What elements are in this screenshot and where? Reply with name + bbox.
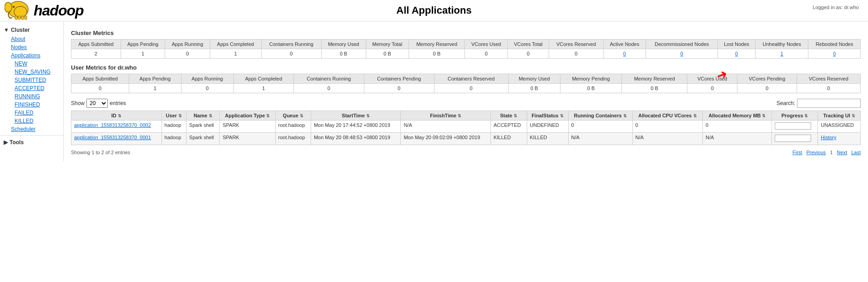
pagination-last[interactable]: Last bbox=[851, 150, 861, 155]
cluster-metric-link-12[interactable]: 0 bbox=[681, 51, 683, 56]
app-table-header-10[interactable]: Allocated CPU VCores ⇅ bbox=[632, 111, 702, 121]
user-metric-value-7: 0 B bbox=[508, 84, 560, 93]
cluster-metric-value-8: 0 bbox=[465, 49, 508, 59]
cluster-metric-header-15: Rebooted Nodes bbox=[808, 40, 861, 49]
sidebar-link-accepted[interactable]: ACCEPTED bbox=[7, 84, 63, 92]
progress-bar-1 bbox=[775, 135, 811, 142]
cluster-metric-value-9: 0 bbox=[508, 49, 549, 59]
cluster-metric-value-11: 0 bbox=[603, 49, 646, 59]
app-progress-1 bbox=[772, 133, 818, 145]
sidebar-link-nodes[interactable]: Nodes bbox=[4, 43, 63, 51]
cluster-metric-value-5: 0 B bbox=[321, 49, 366, 59]
cluster-metric-value-3: 1 bbox=[210, 49, 261, 59]
sidebar-cluster-header[interactable]: ▼ Cluster bbox=[0, 25, 63, 35]
app-tracking-ui-link-1[interactable]: History bbox=[821, 135, 836, 140]
cluster-metric-header-4: Containers Running bbox=[261, 40, 321, 49]
triangle-icon: ▼ bbox=[4, 27, 9, 33]
user-metric-header-9: Memory Reserved bbox=[621, 74, 687, 84]
sort-icon-7: ⇅ bbox=[514, 114, 517, 118]
cluster-metric-header-12: Decommissioned Nodes bbox=[646, 40, 717, 49]
sidebar-link-running[interactable]: RUNNING bbox=[7, 92, 63, 101]
app-type-1: SPARK bbox=[220, 133, 275, 145]
app-tracking-ui-1[interactable]: History bbox=[818, 133, 861, 145]
app-table-header-7[interactable]: State ⇅ bbox=[490, 111, 527, 121]
sidebar-link-scheduler[interactable]: Scheduler bbox=[4, 125, 63, 133]
sidebar-link-finished[interactable]: FINISHED bbox=[7, 101, 63, 109]
sort-icon-10: ⇅ bbox=[693, 114, 697, 118]
cluster-metric-link-14[interactable]: 1 bbox=[780, 51, 783, 56]
sidebar-link-new-saving[interactable]: NEW_SAVING bbox=[7, 68, 63, 76]
sidebar-divider bbox=[0, 135, 63, 136]
search-label: Search: bbox=[777, 100, 795, 106]
sidebar-link-submitted[interactable]: SUBMITTED bbox=[7, 76, 63, 84]
app-table-header-13[interactable]: Tracking UI ⇅ bbox=[818, 111, 861, 121]
user-metric-value-2: 0 bbox=[181, 84, 233, 93]
app-state-1: KILLED bbox=[490, 133, 527, 145]
sidebar-link-applications[interactable]: Applications bbox=[4, 51, 63, 60]
sidebar-link-about[interactable]: About bbox=[4, 35, 63, 43]
app-table-header-3[interactable]: Application Type ⇅ bbox=[220, 111, 275, 121]
table-row: application_1558313258370_0001hadoopSpar… bbox=[71, 133, 861, 145]
sidebar-link-new[interactable]: NEW bbox=[7, 60, 63, 68]
sidebar-link-killed[interactable]: KILLED bbox=[7, 117, 63, 125]
app-table-header-8[interactable]: FinalStatus ⇅ bbox=[527, 111, 568, 121]
svg-rect-5 bbox=[18, 16, 20, 20]
user-metric-header-7: Memory Used bbox=[508, 74, 560, 84]
app-table-header-4[interactable]: Queue ⇅ bbox=[275, 111, 311, 121]
showing-entries: Showing 1 to 2 of 2 entries bbox=[71, 150, 130, 155]
user-metric-header-6: Containers Reserved bbox=[434, 74, 508, 84]
app-name-1: Spark shell bbox=[186, 133, 220, 145]
sidebar-tools-label: Tools bbox=[10, 139, 24, 146]
cluster-metric-link-13[interactable]: 0 bbox=[735, 51, 738, 56]
pagination-next[interactable]: Next bbox=[837, 150, 848, 155]
app-id-0[interactable]: application_1558313258370_0002 bbox=[71, 121, 162, 133]
search-input[interactable] bbox=[797, 99, 861, 108]
cluster-metric-header-14: Unhealthy Nodes bbox=[755, 40, 808, 49]
user-metric-header-5: Containers Pending bbox=[364, 74, 434, 84]
user-metric-value-6: 0 bbox=[434, 84, 508, 93]
app-id-link-1[interactable]: application_1558313258370_0001 bbox=[74, 135, 151, 140]
entries-select[interactable]: 20 50 100 bbox=[86, 99, 108, 108]
sidebar: ▼ Cluster About Nodes Applications NEW N… bbox=[0, 21, 64, 161]
cluster-metric-header-8: VCores Used bbox=[465, 40, 508, 49]
cluster-metric-header-1: Apps Pending bbox=[121, 40, 165, 49]
app-table-header-0[interactable]: ID ⇅ bbox=[71, 111, 162, 121]
cluster-metric-link-15[interactable]: 0 bbox=[833, 51, 836, 56]
entries-label: entries bbox=[110, 100, 126, 106]
sort-icon-9: ⇅ bbox=[623, 114, 627, 118]
user-metric-value-12: 0 bbox=[797, 84, 860, 93]
cluster-metrics-table: Apps SubmittedApps PendingApps RunningAp… bbox=[71, 39, 861, 59]
app-id-1[interactable]: application_1558313258370_0001 bbox=[71, 133, 162, 145]
user-metric-value-8: 0 B bbox=[560, 84, 622, 93]
app-table-header-2[interactable]: Name ⇅ bbox=[186, 111, 220, 121]
app-table-header-11[interactable]: Allocated Memory MB ⇅ bbox=[703, 111, 772, 121]
app-id-link-0[interactable]: application_1558313258370_0002 bbox=[74, 122, 151, 128]
svg-point-3 bbox=[14, 6, 27, 17]
app-state-0: ACCEPTED bbox=[490, 121, 527, 133]
user-metrics-title: User Metrics for dr.who bbox=[71, 64, 861, 71]
app-table-header-1[interactable]: User ⇅ bbox=[161, 111, 186, 121]
pagination-first[interactable]: First bbox=[792, 150, 802, 155]
user-metric-header-11: VCores Pending bbox=[737, 74, 797, 84]
sort-icon-1: ⇅ bbox=[178, 114, 182, 118]
user-metric-header-2: Apps Running bbox=[181, 74, 233, 84]
app-table-header-5[interactable]: StartTime ⇅ bbox=[311, 111, 401, 121]
svg-point-1 bbox=[5, 2, 12, 12]
sidebar-link-failed[interactable]: FAILED bbox=[7, 109, 63, 117]
app-table-header-12[interactable]: Progress ⇅ bbox=[772, 111, 818, 121]
user-metric-value-11: 0 bbox=[737, 84, 797, 93]
app-alloc-mem-1: N/A bbox=[703, 133, 772, 145]
sidebar-tools-header[interactable]: ▶ Tools bbox=[0, 137, 63, 147]
user-metric-value-4: 0 bbox=[294, 84, 364, 93]
cluster-metric-value-0: 2 bbox=[71, 49, 121, 59]
show-entries-control: Show 20 50 100 entries bbox=[71, 99, 126, 108]
app-running-containers-0: 0 bbox=[568, 121, 632, 133]
user-metrics-table: Apps SubmittedApps PendingApps RunningAp… bbox=[71, 74, 861, 93]
app-table-header-9[interactable]: Running Containers ⇅ bbox=[568, 111, 632, 121]
cluster-metric-value-13: 0 bbox=[718, 49, 755, 59]
pagination-previous[interactable]: Previous bbox=[806, 150, 826, 155]
app-queue-1: root.hadoop bbox=[275, 133, 311, 145]
app-table-header-6[interactable]: FinishTime ⇅ bbox=[401, 111, 491, 121]
user-metric-value-3: 1 bbox=[233, 84, 293, 93]
cluster-metric-link-11[interactable]: 0 bbox=[623, 51, 626, 56]
